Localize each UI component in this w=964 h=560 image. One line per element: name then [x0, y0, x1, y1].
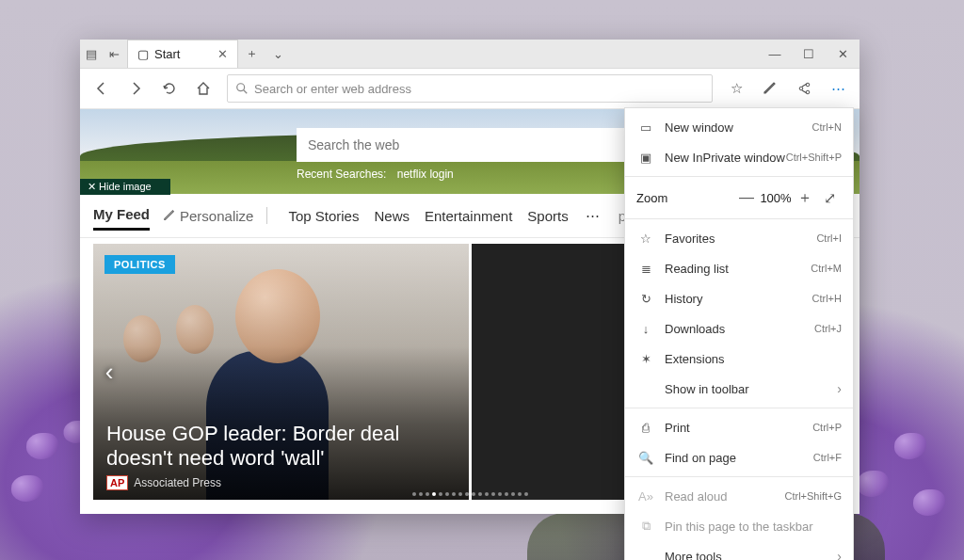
share-button[interactable] — [788, 72, 820, 104]
hide-image-button[interactable]: ✕ Hide image — [80, 179, 170, 195]
nav-sports[interactable]: Sports — [527, 208, 568, 224]
flower-decor — [913, 489, 945, 516]
menu-new-window[interactable]: ▭ New window Ctrl+N — [625, 112, 853, 142]
print-icon: ⎙ — [636, 421, 655, 435]
back-button[interactable] — [86, 72, 118, 104]
favorite-star-button[interactable]: ☆ — [720, 72, 752, 104]
zoom-in-button[interactable]: ＋ — [793, 188, 817, 208]
menu-extensions[interactable]: ✶ Extensions — [625, 344, 853, 374]
notes-button[interactable] — [754, 72, 786, 104]
edge-window: ▤ ⇤ ▢ Start ✕ ＋ ⌄ — ☐ ✕ — [80, 40, 860, 514]
svg-point-3 — [799, 87, 803, 90]
desktop-wallpaper: ▤ ⇤ ▢ Start ✕ ＋ ⌄ — ☐ ✕ — [0, 0, 964, 560]
pin-icon: ⧉ — [636, 519, 655, 534]
tab-preview-icon[interactable]: ▤ — [80, 42, 103, 65]
svg-point-0 — [237, 84, 245, 91]
nav-myfeed[interactable]: My Feed — [93, 206, 150, 231]
carousel-prev-button[interactable]: ‹ — [97, 353, 121, 391]
inprivate-icon: ▣ — [636, 151, 655, 165]
flower-decor — [894, 433, 926, 459]
menu-pin-taskbar: ⧉ Pin this page to the taskbar — [625, 511, 853, 541]
chevron-right-icon: › — [837, 381, 842, 396]
menu-downloads[interactable]: ↓ Downloads Ctrl+J — [625, 313, 853, 344]
ap-badge-icon: AP — [106, 475, 128, 490]
menu-reading-list[interactable]: ≣ Reading list Ctrl+M — [625, 253, 853, 283]
toolbar: Search or enter web address ☆ ⋯ — [80, 69, 860, 109]
menu-read-aloud: A» Read aloud Ctrl+Shift+G — [625, 481, 853, 511]
nav-topstories[interactable]: Top Stories — [288, 208, 359, 224]
settings-menu: ▭ New window Ctrl+N ▣ New InPrivate wind… — [624, 107, 854, 560]
tab-title: Start — [154, 47, 180, 61]
menu-more-tools[interactable]: More tools › — [625, 541, 853, 560]
story-tag: POLITICS — [104, 255, 175, 274]
forward-button[interactable] — [120, 72, 152, 104]
svg-point-1 — [806, 83, 810, 87]
tab-dropdown-icon[interactable]: ⌄ — [265, 47, 291, 61]
nav-more-icon[interactable]: ⋯ — [586, 207, 602, 224]
nav-entertainment[interactable]: Entertainment — [425, 208, 512, 224]
story-card[interactable]: POLITICS House GOP leader: Border deal d… — [93, 244, 469, 500]
menu-show-in-toolbar[interactable]: Show in toolbar › — [625, 374, 853, 404]
menu-zoom: Zoom — 100% ＋ ⤢ — [625, 181, 853, 215]
menu-find[interactable]: 🔍 Find on page Ctrl+F — [625, 442, 853, 472]
svg-point-2 — [806, 90, 810, 94]
web-search-input[interactable] — [297, 128, 645, 162]
recent-search-link[interactable]: netflix login — [397, 168, 454, 181]
menu-favorites[interactable]: ☆ Favorites Ctrl+I — [625, 223, 853, 253]
window-icon: ▭ — [636, 120, 655, 135]
story-headline: House GOP leader: Border deal doesn't ne… — [106, 422, 456, 470]
flower-decor — [11, 475, 43, 502]
more-button[interactable]: ⋯ — [822, 72, 854, 104]
downloads-icon: ↓ — [636, 322, 655, 336]
nav-news[interactable]: News — [374, 208, 410, 224]
flower-decor — [857, 471, 889, 497]
close-tab-icon[interactable]: ✕ — [217, 47, 228, 61]
chevron-right-icon: › — [837, 549, 842, 560]
close-window-button[interactable]: ✕ — [826, 40, 860, 68]
menu-print[interactable]: ⎙ Print Ctrl+P — [625, 412, 853, 442]
nav-personalize[interactable]: Personalize — [163, 208, 253, 224]
extensions-icon: ✶ — [636, 352, 655, 366]
menu-new-inprivate[interactable]: ▣ New InPrivate window Ctrl+Shift+P — [625, 142, 853, 172]
minimize-button[interactable]: — — [758, 40, 792, 68]
history-icon: ↻ — [636, 292, 655, 306]
search-icon — [235, 82, 249, 95]
tab-aside-icon[interactable]: ⇤ — [103, 42, 125, 65]
flower-decor — [26, 433, 58, 459]
address-bar[interactable]: Search or enter web address — [227, 74, 713, 103]
titlebar: ▤ ⇤ ▢ Start ✕ ＋ ⌄ — ☐ ✕ — [80, 40, 860, 69]
reading-list-icon: ≣ — [636, 262, 655, 276]
new-tab-button[interactable]: ＋ — [238, 45, 265, 62]
search-icon: 🔍 — [636, 451, 655, 465]
maximize-button[interactable]: ☐ — [792, 40, 826, 68]
star-icon: ☆ — [636, 232, 655, 246]
read-aloud-icon: A» — [636, 489, 655, 504]
zoom-value: 100% — [759, 191, 793, 205]
address-bar-placeholder: Search or enter web address — [254, 82, 411, 96]
tab-start[interactable]: ▢ Start ✕ — [127, 40, 238, 68]
story-source: AP Associated Press — [106, 475, 221, 490]
refresh-button[interactable] — [153, 72, 185, 104]
pencil-icon — [163, 209, 176, 222]
zoom-out-button[interactable]: — — [734, 189, 759, 206]
home-button[interactable] — [187, 72, 219, 104]
window-icon: ▢ — [137, 47, 149, 61]
menu-history[interactable]: ↻ History Ctrl+H — [625, 283, 853, 313]
fullscreen-button[interactable]: ⤢ — [817, 189, 842, 207]
